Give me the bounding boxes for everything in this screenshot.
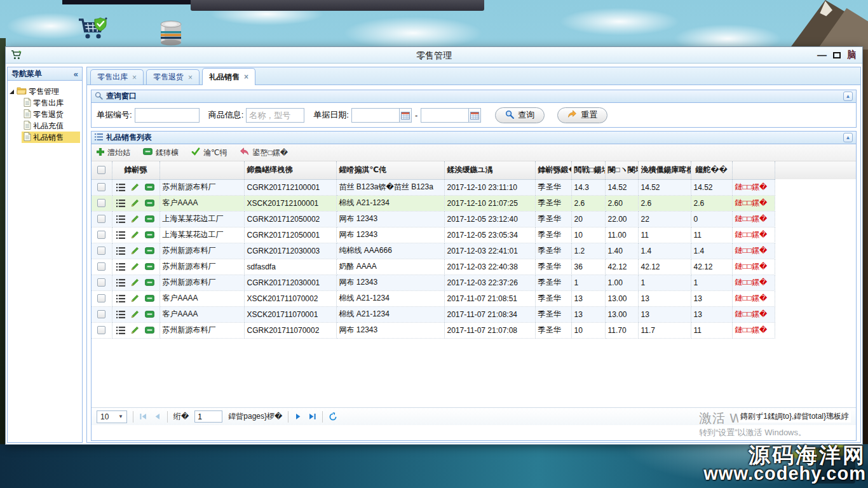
expand-arrow-icon[interactable]	[10, 90, 14, 94]
doc-no-input[interactable]	[135, 108, 200, 123]
detail-icon[interactable]	[116, 215, 125, 223]
first-page-icon[interactable]	[139, 412, 147, 421]
column-header-doc_no[interactable]: 鍗曟嵁缂栧彿	[244, 161, 336, 179]
tab-label[interactable]: 零售退货	[153, 72, 184, 83]
sidebar-item-label[interactable]: 零售出库	[33, 98, 64, 109]
desktop-shortcut-database[interactable]	[156, 20, 186, 48]
desktop-shortcut-cart[interactable]	[76, 17, 108, 47]
checkbox[interactable]	[97, 199, 105, 207]
table-row[interactable]: 客户AAAAXSCK201712100001棉线 A21-12342017-12…	[92, 195, 857, 211]
detail-icon[interactable]	[116, 263, 125, 271]
sidebar-item-label[interactable]: 零售退货	[33, 109, 64, 120]
checkbox[interactable]	[97, 231, 105, 239]
sidebar-item-label[interactable]: 礼品充值	[33, 121, 64, 132]
cell-select[interactable]	[92, 306, 112, 322]
toolbar-button-2[interactable]: 瀹℃牳	[191, 147, 227, 158]
page-number-input[interactable]	[194, 410, 222, 423]
panel-collapse-button[interactable]: ▲	[843, 133, 853, 142]
cell-select[interactable]	[92, 195, 112, 211]
detail-icon[interactable]	[116, 247, 125, 255]
checkbox[interactable]	[97, 326, 105, 334]
edit-icon[interactable]	[131, 215, 139, 223]
column-header-v3[interactable]: 浼樻儠鍚庫喀㭎	[638, 161, 691, 179]
table-row[interactable]: 苏州新源布料厂CGRK201712100001苗丝 B123a锛�苗丝 B123…	[92, 179, 857, 195]
cell-select[interactable]	[92, 274, 112, 290]
window-titlebar[interactable]: 零售管理 — 脑	[6, 47, 862, 64]
toolbar-button-3[interactable]: 鍙嶅□鏍�	[240, 147, 288, 158]
cell-select[interactable]	[92, 243, 112, 259]
table-row[interactable]: 客户AAAAXSCK201711070001棉线 A21-12342017-11…	[92, 306, 857, 322]
toolbar-button-0[interactable]: 澧炲姞	[97, 147, 130, 158]
cell-select[interactable]	[92, 290, 112, 306]
cell-select[interactable]	[92, 227, 112, 243]
tree-root-label[interactable]: 零售管理	[29, 86, 59, 97]
sidebar-item-1[interactable]: 零售退货	[22, 109, 80, 120]
tab-close-icon[interactable]: ×	[188, 73, 193, 82]
detail-icon[interactable]	[116, 231, 125, 239]
panel-collapse-button[interactable]: ▲	[843, 92, 853, 101]
tree-node-root[interactable]: 零售管理	[10, 86, 80, 97]
checkbox[interactable]	[97, 262, 105, 271]
sidebar-item-3[interactable]: 礼品销售	[22, 132, 80, 143]
close-button[interactable]: 脑	[847, 50, 856, 61]
cell-status[interactable]: 鏈□□鏍�	[732, 306, 775, 322]
column-header-v1[interactable]: 閲戦□鍚堣	[571, 161, 605, 179]
checkbox[interactable]	[97, 215, 105, 223]
sidebar-item-0[interactable]: 零售出库	[22, 97, 80, 109]
table-row[interactable]: 苏州新源布料厂CGRK201712030003纯棉线 AAA6662017-12…	[92, 243, 857, 259]
cell-status[interactable]: 鏈□□鏍�	[732, 195, 775, 211]
tab-close-icon[interactable]: ×	[244, 72, 248, 81]
header-select-all[interactable]	[92, 161, 112, 179]
last-page-icon[interactable]	[308, 412, 316, 421]
checkbox[interactable]	[97, 310, 105, 318]
card-icon[interactable]	[145, 215, 154, 222]
edit-icon[interactable]	[131, 294, 139, 302]
cell-status[interactable]: 鏈□□鏍�	[732, 243, 775, 259]
toolbar-button-label[interactable]: 瀹℃牳	[203, 147, 227, 158]
table-row[interactable]: 上海某某花边工厂CGRK201712050002网布 123432017-12-…	[92, 211, 857, 227]
sidebar-collapse-icon[interactable]: «	[74, 69, 78, 79]
prev-page-icon[interactable]	[153, 412, 161, 421]
sidebar-item-2[interactable]: 礼品充值	[22, 120, 80, 132]
calendar-icon[interactable]	[399, 109, 411, 122]
calendar-icon[interactable]	[468, 109, 480, 122]
table-row[interactable]: 苏州新源布料厂CGRK201712030001网布 123432017-12-0…	[92, 274, 857, 290]
column-header-ops[interactable]: 鎿嶄綔	[112, 161, 159, 179]
checkbox[interactable]	[97, 166, 105, 174]
edit-icon[interactable]	[131, 183, 139, 191]
cell-select[interactable]	[92, 322, 112, 338]
checkbox[interactable]	[97, 278, 105, 287]
tab-1[interactable]: 零售退货×	[146, 69, 200, 85]
card-icon[interactable]	[145, 184, 154, 191]
card-icon[interactable]	[145, 311, 154, 318]
maximize-button[interactable]	[833, 52, 841, 58]
edit-icon[interactable]	[131, 278, 139, 287]
refresh-icon[interactable]	[329, 412, 337, 421]
search-button[interactable]: 查询	[495, 107, 545, 123]
edit-icon[interactable]	[131, 199, 139, 207]
next-page-icon[interactable]	[294, 412, 302, 421]
detail-icon[interactable]	[116, 200, 125, 207]
column-header-customer[interactable]	[159, 161, 244, 179]
edit-icon[interactable]	[131, 262, 139, 271]
table-row[interactable]: 客户AAAAXSCK201711070002棉线 A21-12342017-11…	[92, 290, 857, 306]
cell-select[interactable]	[92, 211, 112, 227]
cell-status[interactable]: 鏈□□鏍�	[732, 227, 775, 243]
toolbar-button-label[interactable]: 鍙嶅□鏍�	[252, 147, 288, 158]
detail-icon[interactable]	[116, 327, 125, 334]
minimize-button[interactable]: —	[817, 49, 827, 62]
toolbar-button-1[interactable]: 鍒犻櫎	[143, 147, 179, 158]
checkbox[interactable]	[97, 183, 105, 191]
cell-status[interactable]: 鏈□□鏍�	[732, 322, 775, 338]
edit-icon[interactable]	[131, 231, 139, 239]
card-icon[interactable]	[145, 327, 154, 334]
detail-icon[interactable]	[116, 295, 125, 302]
cell-select[interactable]	[92, 259, 112, 274]
column-header-filler[interactable]	[775, 161, 857, 179]
column-header-status[interactable]	[732, 161, 775, 179]
card-icon[interactable]	[145, 263, 154, 270]
column-header-operator[interactable]: 鎿嶄綔鍛�	[535, 161, 571, 179]
table-row[interactable]: 苏州新源布料厂sdfasdfa奶酪 AAAA2017-12-03 22:40:3…	[92, 259, 857, 274]
detail-icon[interactable]	[116, 279, 125, 287]
column-header-date[interactable]: 鍒涘缓鏃ユ湡	[444, 161, 535, 179]
